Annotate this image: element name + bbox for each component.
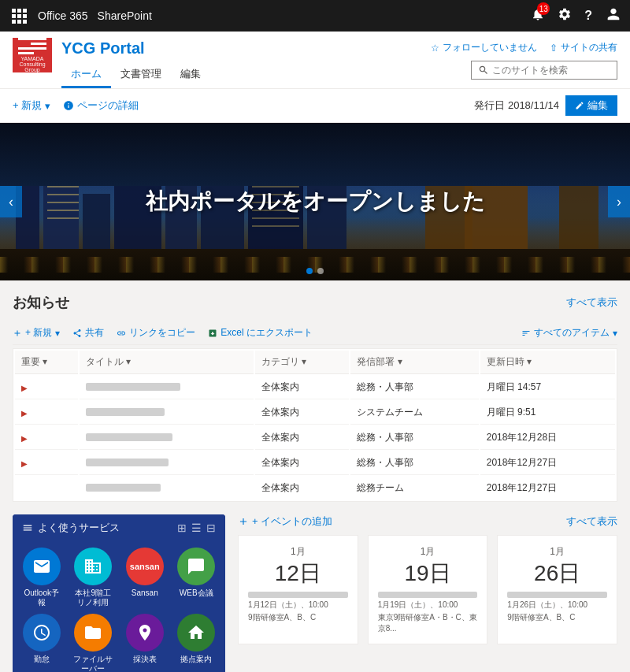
title-blurred[interactable]: [86, 459, 169, 466]
share-button[interactable]: ⇧ サイトの共有: [550, 41, 617, 54]
col-title[interactable]: タイトル ▾: [80, 351, 254, 374]
follow-button[interactable]: ☆ フォローしていません: [431, 41, 537, 54]
service-label: 拠点案内: [180, 655, 212, 664]
event-month: 1月: [378, 545, 478, 559]
event-card-1[interactable]: 1月 12日 1月12日（土）、10:00 9階研修室A、B、C: [238, 535, 358, 644]
service-outlook[interactable]: Outlook予報: [19, 548, 65, 607]
event-time: 1月12日（土）、10:00: [248, 600, 348, 611]
service-icon: [177, 614, 215, 652]
site-navigation: ホーム 文書管理 編集: [61, 62, 210, 88]
hero-prev-button[interactable]: ‹: [0, 186, 22, 217]
dept-cell: 総務・人事部: [350, 376, 478, 399]
list-view-icon[interactable]: ☰: [191, 522, 202, 534]
table-view-icon[interactable]: ⊟: [206, 522, 216, 534]
service-attendance[interactable]: 勤怠: [19, 614, 65, 672]
notification-badge: 13: [537, 2, 550, 15]
hero-dot-1[interactable]: [306, 268, 313, 274]
date-cell: 月曜日 14:57: [480, 376, 615, 399]
event-location: 東京9階研修室A・B・C、東京8...: [378, 612, 478, 634]
user-avatar[interactable]: [605, 6, 622, 26]
list-link-button[interactable]: リンクをコピー: [117, 326, 195, 340]
new-button[interactable]: + 新規 ▾: [13, 98, 50, 113]
col-dept[interactable]: 発信部署 ▾: [350, 351, 478, 374]
table-row: ▶ 全体案内 総務・人事部 2018年12月28日: [15, 426, 615, 450]
list-export-button[interactable]: Excel にエクスポート: [208, 326, 313, 340]
title-blurred[interactable]: [86, 484, 161, 492]
sharepoint-brand[interactable]: SharePoint: [98, 9, 152, 22]
service-label: ファイルサーバー: [71, 655, 117, 672]
main-content: お知らせ すべて表示 + 新規 ▾ 共有 リンクをコピー Excel にエクスポ…: [0, 280, 630, 672]
add-event-button[interactable]: + イベントの追加: [238, 514, 332, 529]
table-row: ▶ 全体案内 総務・人事部 2018年12月27日: [15, 451, 615, 475]
event-month: 1月: [248, 545, 348, 559]
flag-icon: ▶: [21, 384, 28, 392]
service-label: 採決表: [133, 655, 157, 664]
dept-cell: システムチーム: [350, 401, 478, 425]
yamada-logo: YAMADAConsulting Group: [13, 38, 52, 72]
service-location[interactable]: 拠点案内: [174, 614, 220, 672]
page-detail-button[interactable]: ページの詳細: [63, 98, 139, 113]
header-actions: ☆ フォローしていません ⇧ サイトの共有: [431, 41, 617, 54]
title-blurred[interactable]: [86, 408, 165, 416]
service-fileserver[interactable]: ファイルサーバー: [71, 614, 117, 672]
site-header: YAMADAConsulting Group YCG Portal ホーム 文書…: [0, 32, 630, 89]
service-label: 勤怠: [34, 655, 50, 664]
notification-icon[interactable]: 13: [531, 7, 545, 24]
list-share-button[interactable]: 共有: [72, 326, 104, 340]
settings-icon[interactable]: [558, 7, 572, 24]
service-sansan[interactable]: sansan Sansan: [122, 548, 168, 607]
event-location: 9階研修室A、B、C: [507, 612, 607, 623]
edit-button[interactable]: 編集: [565, 95, 617, 116]
service-web-meeting[interactable]: WEB会議: [174, 548, 220, 607]
list-all-items[interactable]: すべてのアイテム ▾: [521, 326, 617, 340]
service-icon: [23, 614, 61, 652]
dept-cell: 総務・人事部: [350, 451, 478, 475]
news-see-all[interactable]: すべて表示: [566, 295, 617, 310]
bottom-section: よく使うサービス ⊞ ☰ ⊟ Outlook予報: [13, 514, 617, 672]
nav-home[interactable]: ホーム: [61, 62, 111, 88]
category-cell: 全体案内: [255, 401, 349, 425]
service-approval[interactable]: 採決表: [122, 614, 168, 672]
col-date[interactable]: 更新日時 ▾: [480, 351, 615, 374]
list-new-button[interactable]: + 新規 ▾: [13, 326, 60, 340]
events-see-all[interactable]: すべて表示: [566, 514, 617, 529]
app-launcher-button[interactable]: [8, 5, 30, 27]
table-row: ▶ 全体案内 システムチーム 月曜日 9:51: [15, 401, 615, 425]
services-view-icons: ⊞ ☰ ⊟: [177, 522, 216, 534]
search-input[interactable]: [492, 65, 610, 76]
search-box[interactable]: [471, 61, 617, 80]
service-building[interactable]: 本社9階工リノ利用: [71, 548, 117, 607]
services-grid: Outlook予報 本社9階工リノ利用 sansan Sansan: [13, 541, 225, 672]
hero-next-button[interactable]: ›: [608, 186, 630, 217]
col-important[interactable]: 重要 ▾: [15, 351, 78, 374]
news-section-header: お知らせ すべて表示: [13, 293, 617, 312]
event-time: 1月26日（土）、10:00: [507, 600, 607, 611]
event-day: 19日: [378, 559, 478, 588]
nav-edit[interactable]: 編集: [171, 62, 210, 88]
event-location: 9階研修室A、B、C: [248, 612, 348, 623]
title-blurred[interactable]: [86, 383, 180, 391]
table-row: 全体案内 総務チーム 2018年12月27日: [15, 477, 615, 499]
category-cell: 全体案内: [255, 376, 349, 399]
toolbar-right: 発行日 2018/11/14 編集: [474, 95, 617, 116]
services-header: よく使うサービス ⊞ ☰ ⊟: [13, 514, 225, 541]
site-title-area: YCG Portal ホーム 文書管理 編集: [61, 38, 210, 88]
hero-text: 社内ポータルをオープンしました: [146, 187, 485, 217]
news-section: お知らせ すべて表示 + 新規 ▾ 共有 リンクをコピー Excel にエクスポ…: [13, 293, 617, 502]
services-title: よく使うサービス: [22, 521, 120, 535]
flag-icon: ▶: [21, 434, 28, 443]
event-card-2[interactable]: 1月 19日 1月19日（土）、10:00 東京9階研修室A・B・C、東京8..…: [368, 535, 488, 644]
category-cell: 全体案内: [255, 451, 349, 475]
nav-document[interactable]: 文書管理: [111, 62, 171, 88]
grid-view-icon[interactable]: ⊞: [177, 522, 187, 534]
event-title-blur: [378, 592, 478, 598]
office365-brand[interactable]: Office 365: [38, 9, 88, 22]
hero-dot-2[interactable]: [317, 268, 324, 274]
help-icon[interactable]: ?: [584, 9, 592, 23]
date-cell: 2018年12月28日: [480, 426, 615, 450]
col-category[interactable]: カテゴリ ▾: [255, 351, 349, 374]
nav-right-icons: 13 ?: [531, 6, 622, 26]
category-cell: 全体案内: [255, 477, 349, 499]
event-card-3[interactable]: 1月 26日 1月26日（土）、10:00 9階研修室A、B、C: [497, 535, 617, 644]
title-blurred[interactable]: [86, 433, 172, 441]
